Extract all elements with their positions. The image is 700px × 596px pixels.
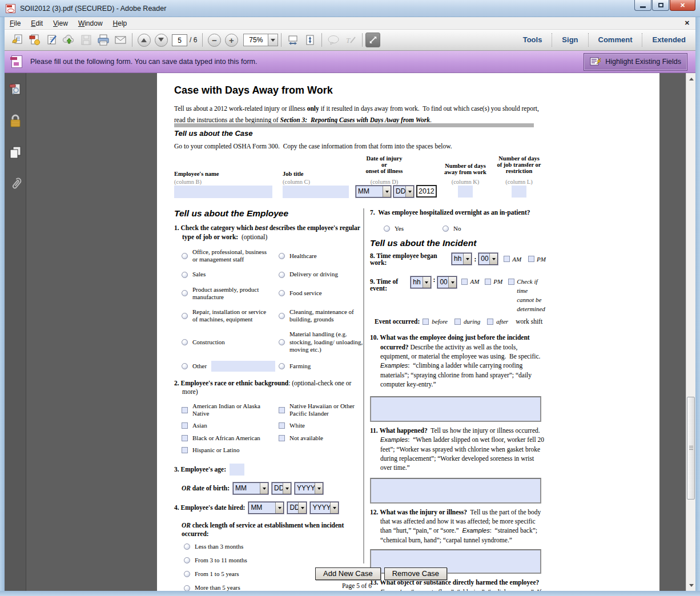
zoom-dropdown-button[interactable] <box>268 34 277 46</box>
checkbox-white[interactable]: White <box>279 422 364 429</box>
zoom-level-control[interactable]: 75% <box>243 34 278 46</box>
print-button[interactable] <box>95 32 112 48</box>
reading-mode-button[interactable] <box>365 33 380 47</box>
hired-month-select[interactable]: MM <box>248 502 284 514</box>
window-border-left <box>0 17 5 596</box>
days-away-field[interactable] <box>458 186 473 198</box>
began-min-select[interactable]: 00 <box>478 253 498 265</box>
page-number-input[interactable]: 5 <box>172 34 187 46</box>
text-markup-button[interactable]: T <box>342 32 359 48</box>
tab-tools[interactable]: Tools <box>513 33 552 47</box>
restore-button[interactable] <box>652 0 669 11</box>
tab-sign[interactable]: Sign <box>552 33 588 47</box>
hired-year-select[interactable]: YYYY <box>310 502 339 514</box>
next-page-button[interactable] <box>152 32 170 48</box>
security-settings-button[interactable] <box>5 112 26 130</box>
send-file-button[interactable] <box>61 32 78 48</box>
comment-tool-button[interactable] <box>325 32 342 48</box>
title-bar[interactable]: SOII2012 (3).pdf (SECURED) - Adobe Reade… <box>0 0 700 17</box>
radio-farming[interactable]: Farming <box>279 361 364 372</box>
dob-month-select[interactable]: MM <box>233 482 268 494</box>
highlight-fields-label: Highlight Existing Fields <box>605 58 681 66</box>
injury-year-field[interactable]: 2012 <box>416 185 437 198</box>
radio-cleaning[interactable]: Cleaning, maintenance of building, groun… <box>279 308 364 323</box>
began-am-checkbox[interactable] <box>504 256 510 262</box>
scroll-up-button[interactable] <box>686 73 696 82</box>
after-checkbox[interactable] <box>487 319 493 325</box>
email-button[interactable] <box>112 32 129 48</box>
menu-edit[interactable]: Edit <box>26 18 48 29</box>
radio-construction[interactable]: Construction <box>182 331 279 353</box>
radio-delivery[interactable]: Delivery or driving <box>279 271 364 278</box>
time-unknown-checkbox[interactable] <box>508 279 514 285</box>
event-am-checkbox[interactable] <box>461 279 468 285</box>
create-pdf-button[interactable] <box>26 32 43 48</box>
col-days-away: Number of days away from work <box>438 163 493 175</box>
hired-day-select[interactable]: DD <box>287 502 307 514</box>
event-hh-select[interactable]: hh <box>411 276 431 288</box>
radio-other[interactable]: Other <box>182 361 279 372</box>
radio-less-3-months[interactable]: Less than 3 months <box>184 543 364 550</box>
injury-month-select[interactable]: MM <box>356 186 391 198</box>
menu-view[interactable]: View <box>48 18 73 29</box>
close-button[interactable]: ✕ <box>670 0 695 11</box>
radio-product-assembly[interactable]: Product assembly, product manufacture <box>182 286 279 301</box>
radio-sales[interactable]: Sales <box>182 271 279 278</box>
checkbox-native-hawaiian[interactable]: Native Hawaiian or Other Pacific Islande… <box>279 402 364 417</box>
checkbox-black[interactable]: Black or African American <box>182 434 279 442</box>
menu-window[interactable]: Window <box>73 18 108 29</box>
age-field[interactable] <box>230 464 244 476</box>
injury-day-select[interactable]: DD <box>393 186 414 198</box>
event-min-select[interactable]: 00 <box>437 276 457 288</box>
remove-case-button[interactable]: Remove Case <box>384 567 447 580</box>
scrollbar-thumb[interactable] <box>687 397 695 500</box>
attachments-panel-button[interactable] <box>5 175 26 192</box>
zoom-in-button[interactable]: + <box>223 32 240 48</box>
employee-name-field[interactable] <box>174 186 272 198</box>
open-file-button[interactable] <box>9 32 26 48</box>
checkbox-asian[interactable]: Asian <box>182 422 279 429</box>
zoom-level-value[interactable]: 75% <box>244 34 268 46</box>
event-pm-checkbox[interactable] <box>485 279 491 285</box>
job-title-field[interactable] <box>283 186 349 198</box>
q11-answer-field[interactable] <box>370 478 541 504</box>
job-transfer-days-field[interactable] <box>512 186 526 198</box>
other-text-field[interactable] <box>211 361 275 372</box>
fit-width-button[interactable] <box>284 32 301 48</box>
q10-answer-field[interactable] <box>370 396 541 422</box>
save-button[interactable] <box>78 32 95 48</box>
pages-panel-button[interactable] <box>5 144 26 161</box>
radio-material-handling[interactable]: Material handling (e.g. stocking, loadin… <box>279 331 364 353</box>
menu-help[interactable]: Help <box>108 18 132 29</box>
radio-hosp-no[interactable]: No <box>442 225 461 232</box>
vertical-scrollbar[interactable] <box>686 73 695 591</box>
checkbox-hispanic[interactable]: Hispanic or Latino <box>182 446 279 454</box>
dob-day-select[interactable]: DD <box>272 482 291 494</box>
radio-healthcare[interactable]: Healthcare <box>279 248 364 263</box>
dob-year-select[interactable]: YYYY <box>295 482 323 494</box>
zoom-out-button[interactable]: − <box>206 32 223 48</box>
radio-hosp-yes[interactable]: Yes <box>384 225 442 232</box>
radio-office[interactable]: Office, professional, business or manage… <box>182 248 279 263</box>
checkbox-american-indian[interactable]: American Indian or Alaska Native <box>182 402 279 417</box>
radio-food-service[interactable]: Food service <box>279 286 364 301</box>
began-hh-select[interactable]: hh <box>452 253 472 265</box>
minimize-button[interactable] <box>634 0 651 11</box>
before-checkbox[interactable] <box>423 319 429 325</box>
menu-file[interactable]: File <box>5 18 26 29</box>
sign-document-button[interactable] <box>43 32 61 48</box>
add-new-case-button[interactable]: Add New Case <box>315 567 381 580</box>
checkbox-not-available[interactable]: Not available <box>279 434 364 442</box>
radio-repair[interactable]: Repair, installation or service of machi… <box>182 308 279 323</box>
highlight-fields-button[interactable]: Highlight Existing Fields <box>584 53 687 71</box>
previous-page-button[interactable] <box>135 32 152 48</box>
radio-3-11-months[interactable]: From 3 to 11 months <box>184 557 364 564</box>
fit-page-button[interactable] <box>301 32 319 48</box>
scroll-down-button[interactable] <box>686 582 696 591</box>
tab-comment[interactable]: Comment <box>588 33 642 47</box>
began-pm-checkbox[interactable] <box>528 256 534 262</box>
close-document-icon[interactable]: ✕ <box>685 19 690 27</box>
page-thumbnails-button[interactable] <box>5 81 26 98</box>
tab-extended[interactable]: Extended <box>642 33 695 47</box>
during-checkbox[interactable] <box>454 319 461 325</box>
